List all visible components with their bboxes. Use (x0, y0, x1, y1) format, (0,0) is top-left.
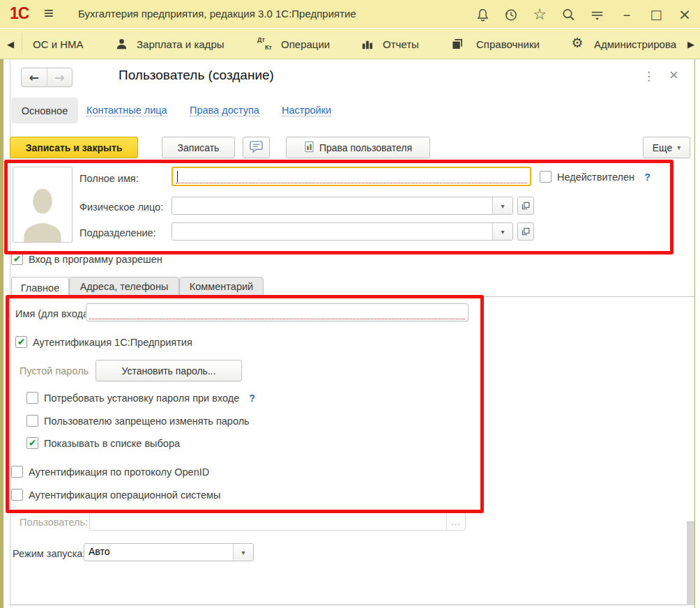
show-in-list-label: Показывать в списке выбора (44, 438, 180, 449)
os-user-pick-button[interactable]: ... (446, 513, 465, 530)
form-close-icon[interactable]: × (669, 66, 678, 84)
invalid-help-link[interactable]: ? (644, 172, 650, 183)
auth-openid-checkbox[interactable] (11, 466, 23, 478)
sections-scroll-left-icon[interactable]: ◀ (7, 29, 14, 59)
os-user-label: Пользователь: (20, 517, 88, 528)
tab-osnovnoe[interactable]: Основное (11, 98, 78, 123)
auth-openid-label: Аутентификация по протоколу OpenID (29, 466, 209, 478)
divider (22, 33, 22, 55)
show-in-list-row: ✔ Показывать в списке выбора (26, 437, 180, 449)
set-password-button[interactable]: Установить пароль... (96, 360, 242, 381)
tab-glavnoe[interactable]: Главное (11, 277, 69, 298)
login-name-label: Имя (для входа): (15, 308, 95, 319)
history-icon[interactable] (501, 6, 519, 24)
maximize-button[interactable]: □ (647, 6, 665, 24)
login-name-input[interactable] (86, 303, 469, 321)
tab-nastrojki[interactable]: Настройки (282, 105, 331, 116)
tab-kontaktnye-lica[interactable]: Контактные лица (86, 105, 167, 116)
save-close-button[interactable]: Записать и закрыть (10, 137, 138, 158)
login-allowed-row: ✔ Вход в программу разрешен (11, 253, 162, 265)
favorites-star-icon[interactable]: ☆ (531, 6, 549, 24)
run-mode-select[interactable]: Авто ▾ (84, 543, 254, 561)
sections-scroll-right-icon[interactable]: ▶ (687, 29, 694, 59)
require-password-checkbox[interactable] (26, 392, 38, 404)
run-mode-dropdown-icon[interactable]: ▾ (233, 544, 253, 561)
full-name-label: Полное имя: (79, 173, 139, 184)
tab-adresa-telefony[interactable]: Адреса, телефоны (69, 277, 179, 296)
sections-bar: ◀ ОС и НМА Зарплата и кадры ДтКт Операци… (0, 29, 700, 59)
person-icon (114, 37, 128, 51)
user-rights-label: Права пользователя (319, 142, 412, 153)
close-button[interactable]: × (676, 6, 694, 24)
person-dropdown-icon[interactable]: ▾ (492, 197, 512, 214)
more-button[interactable]: Еще ▾ (643, 137, 690, 158)
auth-1c-row: ✔ Аутентификация 1С:Предприятия (15, 336, 192, 348)
quick-settings-icon[interactable] (588, 6, 606, 24)
minimize-button[interactable]: – (618, 6, 636, 24)
open-list-icon (521, 201, 531, 211)
tab-prava-dostupa[interactable]: Права доступа (190, 105, 259, 116)
tab-kommentarij[interactable]: Комментарий (179, 277, 264, 296)
user-rights-button[interactable]: Права пользователя (286, 137, 430, 158)
auth-os-row: Аутентификация операционной системы (11, 489, 220, 501)
titlebar: 1С ≡ Бухгалтерия предприятия, редакция 3… (0, 0, 700, 28)
section-operacii[interactable]: Операции (281, 29, 330, 59)
person-input[interactable]: ▾ (172, 197, 513, 215)
department-open-button[interactable] (517, 222, 534, 241)
search-icon[interactable] (559, 6, 577, 24)
gear-icon: ⚙ (570, 36, 584, 50)
section-zarplata-i-kadry[interactable]: Зарплата и кадры (137, 29, 225, 59)
chevron-down-icon: ▾ (677, 144, 680, 151)
scrollbar[interactable] (687, 522, 694, 605)
history-nav-group: ← → (21, 68, 73, 87)
more-label: Еще (653, 142, 673, 153)
department-input[interactable]: ▾ (172, 222, 513, 241)
forward-button[interactable]: → (47, 68, 73, 86)
show-in-list-checkbox[interactable]: ✔ (26, 437, 38, 449)
invalid-row: Недействителен ? (540, 171, 650, 183)
back-button[interactable]: ← (22, 68, 47, 86)
section-administrirovanie[interactable]: Администрирова (594, 29, 676, 59)
forbid-change-row: Пользователю запрещено изменять пароль (26, 415, 250, 427)
login-allowed-label: Вход в программу разрешен (29, 254, 162, 265)
form-more-menu-icon[interactable]: ⋮ (643, 69, 655, 83)
1c-logo: 1С (10, 4, 29, 23)
require-password-help-link[interactable]: ? (249, 393, 255, 404)
auth-1c-label: Аутентификация 1С:Предприятия (33, 337, 192, 348)
section-os-i-nma[interactable]: ОС и НМА (33, 29, 84, 59)
forbid-change-label: Пользователю запрещено изменять пароль (44, 416, 250, 427)
forbid-change-checkbox[interactable] (26, 415, 38, 427)
save-button[interactable]: Записать (162, 137, 235, 158)
form-title: Пользователь (создание) (119, 68, 274, 83)
pages-icon (450, 37, 464, 51)
form-bottom-border (10, 605, 694, 605)
auth-os-checkbox[interactable] (11, 489, 23, 501)
os-user-input[interactable]: ... (89, 512, 466, 531)
login-allowed-checkbox[interactable]: ✔ (11, 253, 23, 265)
auth-1c-checkbox[interactable]: ✔ (15, 336, 27, 348)
require-password-row: Потребовать установку пароля при входе ? (26, 392, 255, 404)
avatar[interactable] (13, 167, 73, 243)
section-otchety[interactable]: Отчеты (383, 29, 419, 59)
app-title: Бухгалтерия предприятия, редакция 3.0 1С… (78, 8, 356, 20)
open-list-icon (521, 227, 531, 236)
empty-password-label: Пустой пароль (20, 365, 89, 377)
text-caret (177, 171, 178, 182)
window-edge-left (0, 59, 3, 608)
department-field-label: Подразделение: (79, 227, 156, 238)
person-field-label: Физическое лицо: (79, 202, 163, 213)
notifications-bell-icon[interactable] (473, 6, 492, 24)
require-password-label: Потребовать установку пароля при входе (44, 393, 239, 404)
department-dropdown-icon[interactable]: ▾ (492, 223, 512, 240)
invalid-checkbox[interactable] (540, 171, 551, 183)
app-window: 1С ≡ Бухгалтерия предприятия, редакция 3… (0, 0, 700, 608)
comment-button[interactable] (243, 137, 270, 158)
full-name-input[interactable] (172, 167, 531, 186)
auth-os-label: Аутентификация операционной системы (29, 489, 220, 501)
section-spravochniki[interactable]: Справочники (476, 29, 540, 59)
person-open-button[interactable] (517, 197, 534, 215)
main-menu-icon[interactable]: ≡ (44, 3, 54, 23)
person-silhouette-icon (21, 185, 64, 242)
comment-icon (249, 139, 264, 155)
window-edge-right (694, 59, 695, 608)
